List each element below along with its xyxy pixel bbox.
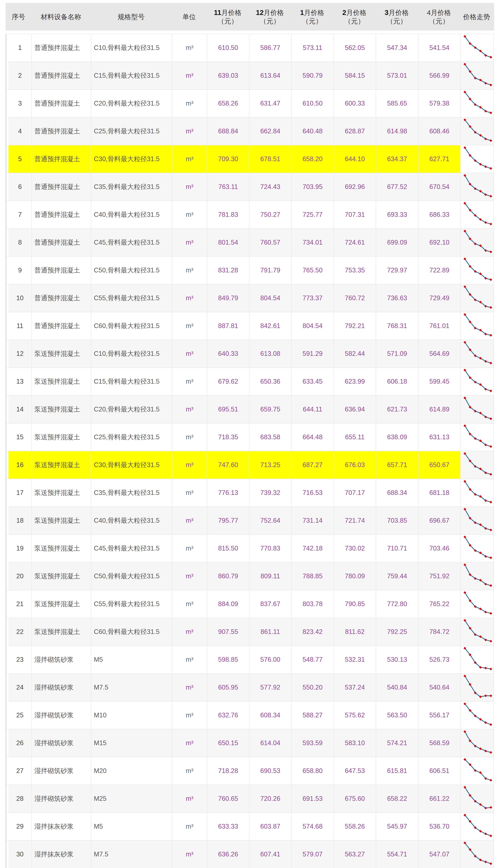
price-cell: 804.54 [292,312,334,340]
row-name: 普通预拌混凝土 [32,257,91,284]
table-row: 25湿拌砌筑砂浆M10m³632.76608.34588.27575.62563… [6,702,494,729]
trend-cell [461,229,494,256]
table-row: 14泵送预拌混凝土C20,骨料最大粒径31.5m³695.51659.75644… [6,396,494,423]
header-month-11: 11月价格（元） [207,3,249,30]
price-cell: 887.81 [207,312,249,340]
price-cell: 761.01 [419,312,461,340]
price-cell: 718.35 [207,423,249,451]
table-row: 19泵送预拌混凝土C45,骨料最大粒径31.5m³815.50770.83742… [6,535,494,562]
price-cell: 537.24 [334,674,376,701]
price-cell: 770.83 [249,535,292,562]
table-row: 9普通预拌混凝土C50,骨料最大粒径31.5m³831.28791.79765.… [6,257,494,284]
price-cell: 576.00 [249,646,292,673]
price-cell: 861.11 [249,618,292,646]
price-cell: 614.89 [419,396,461,423]
row-name: 泵送预拌混凝土 [32,535,91,562]
price-cell: 585.65 [376,90,419,117]
header-month-2: 2月价格（元） [333,3,376,30]
header-name: 材料设备名称 [31,3,91,30]
table-row: 2普通预拌混凝土C15,骨料最大粒径31.5m³639.03613.64590.… [6,62,494,90]
price-cell: 613.64 [249,62,292,89]
row-seq: 24 [6,674,32,701]
price-trend-sparkline [461,757,493,785]
row-spec: M5 [91,646,172,673]
row-name: 泵送预拌混凝土 [32,368,91,395]
row-unit: m³ [172,729,207,757]
price-cell: 773.37 [292,284,334,312]
price-cell: 547.34 [376,34,419,62]
row-spec: C45,骨料最大粒径31.5 [91,229,172,256]
row-seq: 17 [6,479,32,506]
row-seq: 21 [6,590,32,618]
header-month-1: 1月价格（元） [291,3,333,30]
row-name: 湿拌抹灰砂浆 [32,841,91,868]
price-cell: 605.95 [207,674,249,701]
header-month-3: 3月价格（元） [376,3,418,30]
price-cell: 558.26 [334,813,376,840]
header-month-12: 12月价格（元） [249,3,291,30]
trend-cell [461,90,494,117]
price-cell: 575.62 [334,702,376,729]
price-cell: 690.53 [249,757,292,785]
price-cell: 623.99 [334,368,376,395]
row-name: 普通预拌混凝土 [32,34,91,62]
row-name: 湿拌砌筑砂浆 [32,702,91,729]
header-seq: 序号 [6,3,31,30]
row-spec: C60,骨料最大粒径31.5 [91,618,172,646]
price-cell: 638.09 [376,423,419,451]
trend-cell [461,618,494,646]
price-cell: 709.30 [207,145,249,173]
table-row: 11普通预拌混凝土C60,骨料最大粒径31.5m³887.81842.61804… [6,312,494,340]
table-row: 8普通预拌混凝土C45,骨料最大粒径31.5m³801.54760.57734.… [6,229,494,257]
row-unit: m³ [172,118,207,145]
price-cell: 795.77 [207,507,249,534]
table-row: 1普通预拌混凝土C10,骨料最大粒径31.5m³610.50586.77573.… [6,34,494,62]
price-cell: 532.31 [334,646,376,673]
price-cell: 628.87 [334,118,376,145]
price-cell: 750.27 [249,201,292,228]
price-cell: 571.09 [376,340,419,367]
price-cell: 760.65 [207,785,249,812]
row-seq: 5 [6,145,32,173]
price-cell: 683.58 [249,423,292,451]
price-trend-sparkline [461,90,493,117]
price-cell: 763.11 [207,173,249,201]
row-spec: M15 [91,729,172,757]
price-cell: 632.76 [207,702,249,729]
row-unit: m³ [172,535,207,562]
table-row: 10普通预拌混凝土C55,骨料最大粒径31.5m³849.79804.54773… [6,284,494,312]
row-seq: 8 [6,229,32,256]
trend-cell [461,841,494,868]
price-cell: 722.89 [419,257,461,284]
table-row: 12泵送预拌混凝土C10,骨料最大粒径31.5m³640.33613.08591… [6,340,494,368]
row-unit: m³ [172,451,207,479]
price-cell: 603.87 [249,813,292,840]
row-seq: 23 [6,646,32,673]
price-cell: 562.05 [334,34,376,62]
price-cell: 599.45 [419,368,461,395]
price-cell: 692.10 [419,229,461,256]
price-cell: 588.27 [292,702,334,729]
trend-cell [461,535,494,562]
price-cell: 772.80 [376,590,419,618]
price-cell: 815.50 [207,535,249,562]
price-trend-sparkline [461,423,493,451]
price-cell: 598.85 [207,646,249,673]
price-cell: 540.84 [376,674,419,701]
price-cell: 564.69 [419,340,461,367]
price-cell: 713.25 [249,451,292,479]
row-name: 泵送预拌混凝土 [32,340,91,367]
row-spec: C50,骨料最大粒径31.5 [91,257,172,284]
row-unit: m³ [172,201,207,228]
row-spec: C30,骨料最大粒径31.5 [91,145,172,173]
trend-cell [461,646,494,673]
row-spec: C30,骨料最大粒径31.5 [91,451,172,479]
price-cell: 710.71 [376,535,419,562]
price-cell: 837.67 [249,590,292,618]
price-cell: 736.63 [376,284,419,312]
trend-cell [461,368,494,395]
row-name: 湿拌砌筑砂浆 [32,785,91,812]
row-spec: C15,骨料最大粒径31.5 [91,62,172,89]
trend-cell [461,340,494,367]
price-cell: 662.84 [249,118,292,145]
